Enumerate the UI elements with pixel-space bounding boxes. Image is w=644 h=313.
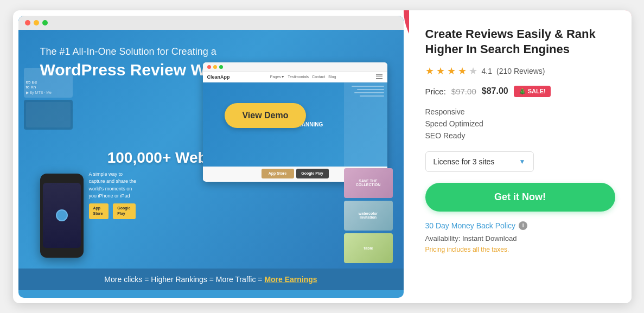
dropdown-arrow-icon: ▼ [519,158,526,165]
license-dropdown-wrapper: License for 3 sites ▼ [425,151,615,172]
app-description: A simple way to capture and share the wo… [89,171,138,200]
inner-browser-bar [203,62,387,72]
phone-screen-inner [43,183,81,248]
thumbnail-item-1: 65 Beto Kn▶ By MTS · Me [24,68,73,98]
browser-dot-red [25,20,30,25]
product-title: Create Reviews Easily & Rank Higher In S… [425,27,615,58]
left-panel: The #1 All-In-One Solution for Creating … [18,16,404,298]
left-thumbnails: 65 Beto Kn▶ By MTS · Me [24,68,73,132]
availability-value: Instant Download [462,234,517,242]
app-text-block: A simple way to capture and share the wo… [89,171,138,219]
sidebar-line-2 [357,89,384,90]
availability-text: Availability: Instant Download [425,234,615,242]
feature-seo: SEO Ready [425,130,615,142]
phone-camera-button [56,209,68,221]
phone-screen [43,183,81,248]
price-row: Price: $97.00 $87.00 🎄 SALE! [425,86,615,97]
view-demo-button[interactable]: View Demo [225,103,305,128]
product-title-text: Create Reviews Easily & Rank Higher In S… [425,27,596,56]
sidebar-line-4 [360,95,384,97]
tax-text: Pricing includes all the taxes. [425,246,615,253]
bottom-tagline-text: More clicks = Higher Rankings = More Tra… [104,275,264,284]
mag-card-1: SAVE THECOLLECTION [344,168,393,198]
inner-hamburger-icon [376,74,382,79]
inner-google-play-badge: Google Play [296,169,329,178]
star-3: ★ [447,65,456,77]
license-dropdown-label: License for 3 sites [433,157,495,166]
google-play-badge[interactable]: Google Play [113,203,135,219]
info-icon[interactable]: i [519,221,527,230]
inner-dot-red [207,65,211,69]
browser-dot-green [42,20,48,25]
feature-speed: Speed Optimized [425,118,615,130]
app-store-badge[interactable]: App Store [89,203,109,219]
inner-sidebar [344,82,387,167]
browser-chrome [18,16,404,30]
highlight-earnings-text: More Earnings [264,275,317,284]
thumbnail-image-2 [26,102,71,127]
phone-area: A simple way to capture and share the wo… [29,160,138,258]
star-2: ★ [436,65,445,77]
inner-sidebar-lines [347,86,384,97]
inner-app-store-badge: App Store [262,169,294,178]
star-5: ★ [469,65,477,77]
money-back-row: 30 Day Money Back Policy i [425,221,615,230]
price-label: Price: [425,87,446,96]
product-card: The #1 All-In-One Solution for Creating … [13,10,632,303]
availability-label: Availability: [425,234,461,242]
feature-responsive: Responsive [425,106,615,118]
mag-card-1-text: SAVE THECOLLECTION [356,179,381,187]
sale-badge: 🎄 SALE! [514,86,551,97]
inner-nav-testimonials: Testimonials [288,75,309,79]
price-new: $87.00 [482,86,508,96]
right-panel: Create Reviews Easily & Rank Higher In S… [409,10,632,303]
rating-value: 4.1 [482,67,492,75]
phone-mockup [40,174,84,258]
inner-nav-pages: Pages▼ [270,75,285,79]
banner-content: The #1 All-In-One Solution for Creating … [18,30,404,290]
inner-dot-green [219,65,223,69]
banner-tagline: The #1 All-In-One Solution for Creating … [40,46,382,58]
license-dropdown[interactable]: License for 3 sites ▼ [425,151,534,172]
feature-list: Responsive Speed Optimized SEO Ready [425,106,615,142]
price-old: $97.00 [451,87,476,96]
rating-count: (210 Reviews) [496,67,545,75]
browser-dot-yellow [34,20,39,25]
thumbnail-text-1: 65 Beto Kn▶ By MTS · Me [26,80,52,95]
inner-google-play-label: Google Play [301,171,323,175]
inner-app-store-label: App Store [269,171,286,175]
star-1: ★ [425,65,434,77]
rating-row: ★ ★ ★ ★ ★ 4.1 (210 Reviews) [425,65,615,77]
mag-card-3-text: Table [364,246,373,250]
inner-logo: CleanApp [207,74,230,80]
money-back-link[interactable]: 30 Day Money Back Policy [425,221,516,230]
cta-button[interactable]: Get it Now! [425,183,615,212]
mag-card-2-text: watercolorinvitation [359,212,378,219]
inner-nav: CleanApp Pages▼ Testimonials Contact Blo… [203,72,387,82]
mag-card-3: Table [344,233,393,263]
star-4: ★ [458,65,467,77]
thumbnail-item-2 [24,100,73,130]
bottom-tagline-bar: More clicks = Higher Rankings = More Tra… [18,269,404,290]
sidebar-line-3 [354,92,384,93]
inner-nav-contact: Contact [312,75,325,79]
store-badges: App Store Google Play [89,203,138,219]
mag-card-2: watercolorinvitation [344,201,393,231]
sidebar-line-1 [352,86,384,87]
inner-nav-blog: Blog [328,75,336,79]
inner-dot-yellow [213,65,217,69]
inner-nav-links: Pages▼ Testimonials Contact Blog [270,75,336,79]
magazine-covers: SAVE THECOLLECTION watercolorinvitation … [344,168,393,263]
